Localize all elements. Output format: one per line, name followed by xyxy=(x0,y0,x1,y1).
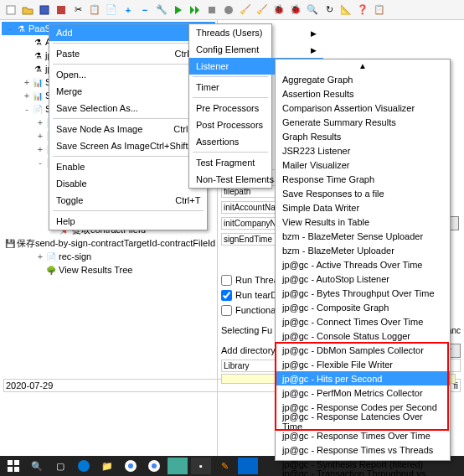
tb-play-icon[interactable] xyxy=(171,3,186,18)
tb-fn-icon[interactable]: 📐 xyxy=(338,3,353,18)
menu-item[interactable]: Assertion Results xyxy=(276,86,450,101)
menu-item[interactable]: Config Element ▶ xyxy=(189,41,323,58)
tb-new-icon[interactable] xyxy=(3,3,18,18)
tree-item[interactable]: 🌳View Results Tree xyxy=(2,263,215,277)
menu-item[interactable]: Aggregate Graph xyxy=(276,72,450,86)
chrome-icon[interactable] xyxy=(121,458,141,474)
menu-item[interactable]: JSR223 Listener xyxy=(276,143,450,158)
edge-icon[interactable] xyxy=(74,458,94,474)
tb-clearall-icon[interactable]: 🧹 xyxy=(255,3,270,18)
search-icon[interactable]: 🔍 xyxy=(27,458,47,474)
tree-item[interactable]: +📄rec-sign xyxy=(2,250,215,263)
tb-copy-icon[interactable]: 📋 xyxy=(87,3,102,18)
menu-label: jp@gc - AutoStop Listener xyxy=(282,274,389,284)
menu-item[interactable]: jp@gc - AutoStop Listener xyxy=(276,272,450,286)
expand-icon[interactable]: + xyxy=(35,251,45,261)
menu-item[interactable]: jp@gc - Transaction Throughput vs Thread… xyxy=(276,471,450,476)
menu-item[interactable]: bzm - BlazeMeter Uploader xyxy=(276,243,450,257)
expand-icon[interactable]: + xyxy=(22,91,32,101)
menu-item[interactable]: Simple Data Writer xyxy=(276,200,450,215)
menu-item[interactable]: Mailer Visualizer xyxy=(276,158,450,172)
tb-clear-icon[interactable]: 🧹 xyxy=(238,3,253,18)
tb-save-icon[interactable] xyxy=(37,3,52,18)
expand-icon[interactable]: + xyxy=(22,77,32,87)
expand-icon[interactable]: + xyxy=(35,117,45,127)
menu-item[interactable]: jp@gc - Connect Times Over Time xyxy=(276,314,450,329)
cmd-icon[interactable]: ▪ xyxy=(191,458,211,474)
menu-label: jp@gc - Response Times vs Threads xyxy=(282,445,433,455)
tb-paste-icon[interactable]: 📄 xyxy=(104,3,119,18)
tree-icon: ⚗ xyxy=(32,36,44,48)
expand-icon[interactable]: - xyxy=(5,23,15,34)
tb-bug-icon[interactable]: 🐞 xyxy=(271,3,286,18)
menu-item[interactable]: jp@gc - Active Threads Over Time xyxy=(276,257,450,272)
menu-item[interactable]: jp@gc - PerfMon Metrics Collector xyxy=(276,385,450,400)
menu-label: Help xyxy=(56,216,75,226)
tb-bug2-icon[interactable]: 🐞 xyxy=(288,3,303,18)
menu-item[interactable]: Save Selection As... xyxy=(49,100,207,116)
menu-item[interactable]: jp@gc - Response Times Over Time xyxy=(276,428,450,442)
menu-item[interactable]: jp@gc - Bytes Throughput Over Time xyxy=(276,286,450,300)
functional-checkbox[interactable] xyxy=(221,305,232,316)
menu-item[interactable]: Comparison Assertion Visualizer xyxy=(276,101,450,115)
menu-item[interactable]: jp@gc - Hits per Second xyxy=(276,371,450,385)
run-thread-checkbox[interactable] xyxy=(221,275,232,286)
menu-item[interactable]: Disable xyxy=(49,175,207,192)
menu-item[interactable]: Graph Results xyxy=(276,129,450,143)
tb-templates-icon[interactable] xyxy=(54,3,69,18)
menu-item[interactable]: Merge xyxy=(49,83,207,100)
menu-item[interactable]: jp@gc - DbMon Samples Collector xyxy=(276,343,450,357)
expand-icon[interactable]: - xyxy=(35,158,45,168)
tb-stop-icon[interactable] xyxy=(204,3,219,18)
menu-item[interactable]: Response Time Graph xyxy=(276,172,450,186)
menu-item[interactable]: bzm - BlazeMeter Sense Uploader xyxy=(276,229,450,243)
expand-icon[interactable]: + xyxy=(35,131,45,141)
menu-item[interactable]: jp@gc - Flexible File Writer xyxy=(276,357,450,371)
expand-icon[interactable]: + xyxy=(35,144,45,154)
menu-label: Config Element xyxy=(196,44,259,54)
explorer-icon[interactable]: 📁 xyxy=(97,458,117,474)
menu-item[interactable]: jp@gc - Response Latencies Over Time xyxy=(276,414,450,428)
tb-plus-icon[interactable]: + xyxy=(121,3,136,18)
tb-wrench-icon[interactable]: 🔧 xyxy=(154,3,169,18)
menu-label: jp@gc - Response Latencies Over Time xyxy=(282,411,443,432)
expand-icon[interactable]: - xyxy=(22,104,32,114)
tb-folder-icon[interactable] xyxy=(20,3,35,18)
tb-search-icon[interactable]: 🔍 xyxy=(305,3,320,18)
menu-item[interactable]: Help xyxy=(49,213,207,230)
menu-item[interactable]: PasteCtrl+V xyxy=(49,45,207,62)
menu-label: Aggregate Graph xyxy=(282,75,353,85)
menu-item[interactable]: Save Screen As ImageCtrl+Shift+G xyxy=(49,137,207,154)
tb-reset-icon[interactable]: ↻ xyxy=(322,3,337,18)
menu-item[interactable]: jp@gc - Response Times vs Threads xyxy=(276,442,450,457)
menu-item[interactable]: View Results in Table xyxy=(276,215,450,229)
menu-item[interactable]: jp@gc - Console Status Logger xyxy=(276,329,450,343)
menu-item[interactable]: Generate Summary Results xyxy=(276,115,450,129)
scroll-up-icon[interactable]: ▲ xyxy=(276,60,450,72)
tree-item[interactable]: 💾保存send-by-sign-contractTargetId-contrac… xyxy=(2,236,215,250)
tb-stopall-icon[interactable] xyxy=(221,3,236,18)
menu-item[interactable]: jp@gc - Composite Graph xyxy=(276,300,450,314)
taskview-icon[interactable]: ▢ xyxy=(50,458,70,474)
start-button[interactable] xyxy=(3,458,23,474)
menu-item[interactable]: Enable xyxy=(49,158,207,175)
tb-tpl-icon[interactable]: 📋 xyxy=(372,3,387,18)
tb-minus-icon[interactable]: − xyxy=(137,3,152,18)
tree-icon: 📄 xyxy=(45,251,57,262)
app2-icon[interactable] xyxy=(238,458,258,474)
tb-cut-icon[interactable]: ✂ xyxy=(70,3,85,18)
tb-help-icon[interactable]: ❓ xyxy=(355,3,370,18)
pen-icon[interactable]: ✎ xyxy=(214,458,235,474)
run-teardown-checkbox[interactable] xyxy=(221,290,232,301)
menu-item[interactable]: Threads (Users) ▶ xyxy=(189,24,323,41)
menu-item[interactable]: Add ▶ xyxy=(49,24,207,41)
app-icon[interactable] xyxy=(168,458,188,474)
menu-item[interactable]: Open... xyxy=(49,66,207,83)
svg-rect-6 xyxy=(14,460,19,465)
tb-playall-icon[interactable] xyxy=(188,3,203,18)
menu-item[interactable]: Save Node As ImageCtrl+G xyxy=(49,121,207,137)
menu-label: jp@gc - Response Times Over Time xyxy=(282,431,430,441)
menu-item[interactable]: Save Responses to a file xyxy=(276,186,450,200)
menu-item[interactable]: ToggleCtrl+T xyxy=(49,192,207,209)
chrome2-icon[interactable] xyxy=(144,458,164,474)
